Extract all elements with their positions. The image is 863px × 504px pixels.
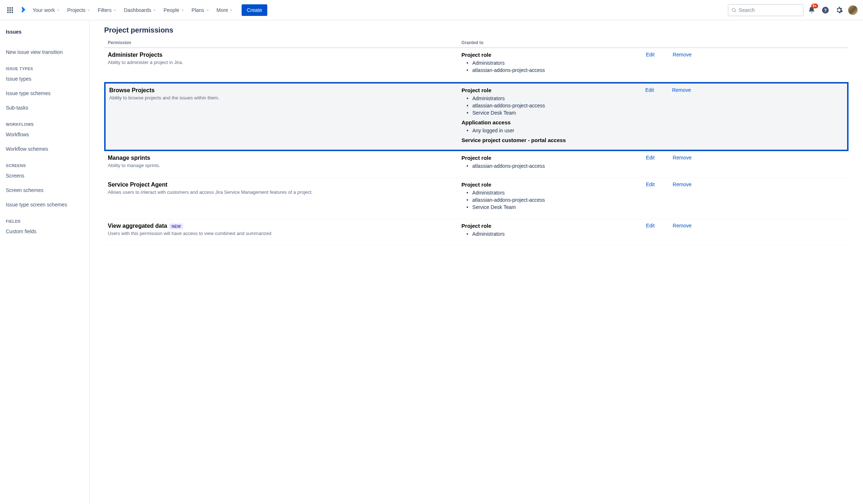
granted-list: Administrators [462, 230, 640, 238]
sidebar-item-screens[interactable]: Screens [0, 170, 89, 181]
sidebar: Issues New issue view transition ISSUE T… [0, 20, 90, 504]
permission-row: Service Project AgentAllows users to int… [104, 178, 849, 219]
permission-description: Allows users to interact with customers … [108, 189, 462, 195]
nav-item-label: Filters [98, 7, 111, 13]
grid-icon [7, 7, 13, 13]
chevron-down-icon [153, 8, 156, 12]
granted-col: Project roleAdministratorsatlassian-addo… [462, 52, 640, 77]
nav-item-projects[interactable]: Projects [64, 4, 94, 16]
edit-link[interactable]: Edit [646, 155, 655, 172]
page-title: Project permissions [104, 26, 849, 34]
sidebar-section-header: SCREENS [0, 158, 89, 170]
nav-item-your-work[interactable]: Your work [29, 4, 64, 16]
permission-row: Administer ProjectsAbility to administer… [104, 48, 849, 82]
granted-list-item: Administrators [472, 59, 640, 67]
svg-point-0 [732, 8, 735, 11]
granted-list-item: atlassian-addons-project-access [472, 162, 640, 170]
granted-list: Administratorsatlassian-addons-project-a… [462, 59, 640, 74]
remove-link[interactable]: Remove [673, 181, 692, 214]
svg-line-1 [735, 11, 736, 12]
sidebar-item-workflow-schemes[interactable]: Workflow schemes [0, 143, 89, 155]
edit-link[interactable]: Edit [645, 87, 654, 145]
permission-row: Manage sprintsAbility to manage sprints.… [104, 151, 849, 178]
actions-col: EditRemove [640, 52, 849, 77]
permissions-rows: Administer ProjectsAbility to administer… [104, 48, 849, 246]
permission-col: Browse ProjectsAbility to browse project… [106, 87, 462, 145]
granted-list-item: atlassian-addons-project-access [472, 102, 639, 109]
actions-col: EditRemove [640, 155, 849, 172]
nav-item-filters[interactable]: Filters [94, 4, 120, 16]
nav-item-label: Plans [192, 7, 204, 13]
actions-col: EditRemove [639, 87, 847, 145]
search-box[interactable] [728, 4, 804, 16]
nav-item-people[interactable]: People [160, 4, 188, 16]
nav-item-more[interactable]: More [213, 4, 237, 16]
nav-item-label: People [163, 7, 179, 13]
granted-col: Project roleAdministratorsatlassian-addo… [462, 181, 640, 214]
profile-button[interactable] [847, 4, 859, 16]
help-button[interactable]: ? [820, 4, 831, 16]
chevron-down-icon [229, 8, 233, 12]
sidebar-item-issue-types[interactable]: Issue types [0, 73, 89, 85]
nav-item-label: More [217, 7, 228, 13]
edit-link[interactable]: Edit [646, 52, 655, 77]
jira-logo[interactable] [17, 4, 28, 16]
sidebar-item-workflows[interactable]: Workflows [0, 129, 89, 140]
search-input[interactable] [739, 7, 800, 13]
app-switcher-button[interactable] [4, 4, 16, 16]
edit-link[interactable]: Edit [646, 181, 655, 214]
nav-item-label: Your work [33, 7, 55, 13]
granted-list-item: atlassian-addons-project-access [472, 196, 640, 204]
granted-list-item: Administrators [472, 95, 639, 102]
sidebar-item-screen-schemes[interactable]: Screen schemes [0, 184, 89, 196]
settings-button[interactable] [833, 4, 845, 16]
nav-item-dashboards[interactable]: Dashboards [120, 4, 160, 16]
granted-list-item: Administrators [472, 189, 640, 196]
granted-group-title: Project role [462, 181, 640, 188]
remove-link[interactable]: Remove [673, 223, 692, 240]
create-button[interactable]: Create [242, 4, 267, 16]
notifications-button[interactable]: 9+ [806, 4, 817, 16]
header-permission: Permission [104, 40, 462, 45]
edit-link[interactable]: Edit [646, 223, 655, 240]
nav-items-container: Your workProjectsFiltersDashboardsPeople… [29, 4, 237, 16]
gear-icon [835, 6, 843, 14]
sidebar-item-issues[interactable]: Issues [0, 26, 89, 38]
sidebar-item-issue-type-schemes[interactable]: Issue type schemes [0, 87, 89, 99]
new-badge: NEW [169, 223, 183, 229]
granted-list: Administratorsatlassian-addons-project-a… [462, 189, 640, 211]
actions-col: EditRemove [640, 223, 849, 240]
remove-link[interactable]: Remove [672, 87, 691, 145]
sidebar-section-header: FIELDS [0, 213, 89, 226]
chevron-down-icon [113, 8, 116, 12]
main-content: Project permissions Permission Granted t… [90, 20, 863, 504]
search-icon [731, 7, 736, 13]
granted-list-item: Any logged in user [472, 127, 639, 134]
granted-group-title: Project role [462, 52, 640, 58]
permission-row: View aggregated dataNEWUsers with this p… [104, 219, 849, 246]
sidebar-item-sub-tasks[interactable]: Sub-tasks [0, 102, 89, 114]
permission-name: Browse Projects [109, 87, 462, 94]
sidebar-item-custom-fields[interactable]: Custom fields [0, 226, 89, 237]
nav-item-plans[interactable]: Plans [188, 4, 213, 16]
permission-description: Ability to browse projects and the issue… [109, 95, 462, 101]
avatar [848, 5, 858, 15]
top-nav: Your workProjectsFiltersDashboardsPeople… [0, 0, 863, 20]
permission-name: View aggregated dataNEW [108, 223, 462, 229]
granted-list-item: atlassian-addons-project-access [472, 67, 640, 74]
granted-list: Any logged in user [462, 127, 639, 134]
remove-link[interactable]: Remove [673, 52, 692, 77]
chevron-down-icon [56, 8, 60, 12]
granted-list-item: Service Desk Team [472, 109, 639, 116]
remove-link[interactable]: Remove [673, 155, 692, 172]
top-nav-right: 9+ ? [728, 4, 859, 16]
sidebar-section-header: ISSUE TYPES [0, 61, 89, 73]
granted-list-item: Service Desk Team [472, 204, 640, 211]
layout: Issues New issue view transition ISSUE T… [0, 20, 863, 504]
granted-list: atlassian-addons-project-access [462, 162, 640, 170]
sidebar-item-issue-type-screen-schemes[interactable]: Issue type screen schemes [0, 199, 89, 210]
sidebar-item-new-issue-view[interactable]: New issue view transition [0, 46, 89, 58]
table-header-row: Permission Granted to [104, 40, 849, 48]
granted-group-title: Project role [462, 87, 639, 93]
chevron-down-icon [181, 8, 184, 12]
